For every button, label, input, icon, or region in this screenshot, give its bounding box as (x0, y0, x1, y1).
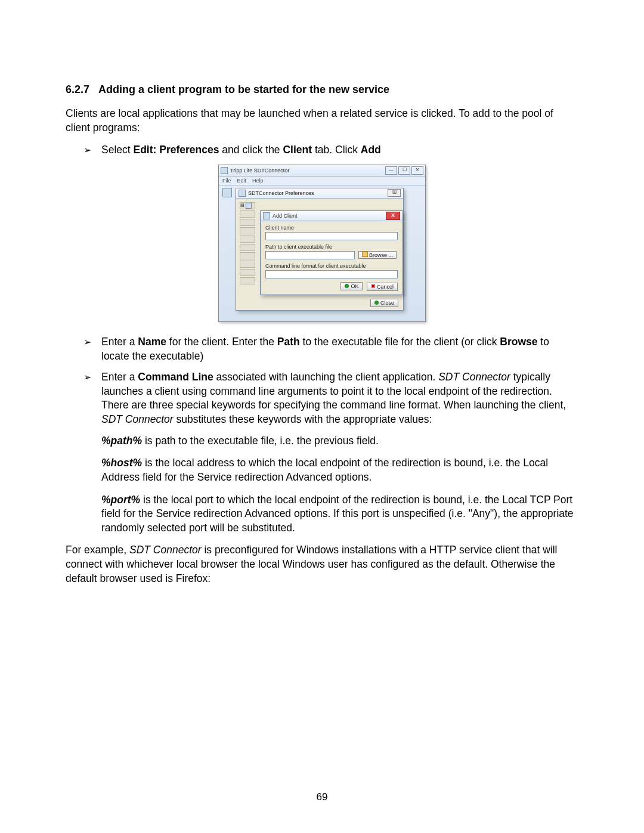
text: Edit: Preferences (134, 144, 219, 156)
command-line-label: Command line format for client executabl… (265, 263, 398, 269)
page-number: 69 (0, 791, 644, 803)
close-button[interactable]: X (411, 166, 423, 175)
app-icon (221, 167, 228, 174)
sidebar-tree[interactable]: ⊟ (240, 202, 255, 292)
section-title: Adding a client program to be started fo… (98, 83, 389, 95)
text: Name (138, 336, 166, 348)
bullet-1: ➢ Select Edit: Preferences and click the… (83, 143, 578, 157)
minimize-button[interactable]: — (385, 166, 397, 175)
x-icon: ✖ (371, 284, 375, 289)
add-client-dialog: Add Client X Client name Path to client … (260, 210, 403, 295)
prefs-close-icon[interactable]: ☒ (388, 189, 401, 197)
text: Enter a (101, 371, 138, 383)
check-icon (374, 301, 379, 305)
check-icon (345, 284, 349, 288)
menu-help[interactable]: Help (252, 178, 264, 184)
text: %host% (101, 457, 142, 469)
text: and click the (219, 144, 283, 156)
client-path-label: Path to client executable file (265, 244, 398, 250)
keyword-path: %path% is path to the executable file, i… (101, 434, 578, 448)
bullet-arrow-icon: ➢ (83, 143, 101, 157)
text: For example, (66, 544, 129, 556)
main-window-title: Tripp Lite SDTConnector (230, 168, 289, 174)
section-heading: 6.2.7Adding a client program to be start… (66, 83, 578, 96)
add-client-title: Add Client (273, 213, 298, 219)
menu-bar: File Edit Help (219, 176, 425, 185)
maximize-button[interactable]: ☐ (398, 166, 410, 175)
text: SDT Connector (101, 413, 174, 425)
main-window-titlebar: Tripp Lite SDTConnector — ☐ X (219, 165, 425, 176)
text: is the local port to which the local end… (101, 494, 574, 534)
text: associated with launching the client app… (213, 371, 438, 383)
client-path-input[interactable] (265, 251, 355, 259)
section-number: 6.2.7 (66, 83, 98, 96)
preferences-close-button[interactable]: Close (370, 299, 398, 307)
menu-edit[interactable]: Edit (237, 178, 247, 184)
bullet-2: ➢ Enter a Name for the client. Enter the… (83, 335, 578, 363)
preferences-title: SDTConnector Preferences (248, 190, 314, 196)
ok-button[interactable]: OK (340, 282, 363, 290)
add-client-icon (263, 212, 270, 219)
text: to the executable file for the client (o… (300, 336, 500, 348)
text: SDT Connector (438, 371, 510, 383)
toolbar-icon[interactable] (222, 188, 232, 197)
cancel-button[interactable]: ✖Cancel (367, 283, 398, 291)
text: is the local address to which the local … (101, 457, 548, 483)
menu-file[interactable]: File (222, 178, 231, 184)
text: Client (283, 144, 312, 156)
close-label: Close (380, 300, 394, 306)
text: %port% (101, 494, 140, 506)
browse-button[interactable]: Browse ... (358, 251, 397, 259)
keyword-port: %port% is the local port to which the lo… (101, 493, 578, 535)
browse-label: Browse ... (369, 252, 393, 258)
text: %path% (101, 435, 142, 447)
text: Select (101, 144, 134, 156)
text: Browse (500, 336, 537, 348)
intro-paragraph: Clients are local applications that may … (66, 107, 578, 135)
text: Enter a (101, 336, 138, 348)
keyword-host: %host% is the local address to which the… (101, 456, 578, 484)
folder-icon (362, 252, 368, 257)
closing-paragraph: For example, SDT Connector is preconfigu… (66, 543, 578, 586)
command-line-input[interactable] (265, 270, 398, 278)
text: SDT Connector (129, 544, 202, 556)
text: Add (361, 144, 381, 156)
cancel-label: Cancel (377, 284, 394, 290)
bullet-3: ➢ Enter a Command Line associated with l… (83, 370, 578, 427)
text: Command Line (138, 371, 213, 383)
prefs-icon (239, 190, 246, 197)
preferences-window: SDTConnector Preferences ☒ ⊟ Add Client (236, 188, 404, 311)
client-name-input[interactable] (265, 232, 398, 240)
ok-label: OK (351, 283, 358, 289)
text: substitutes these keywords with the appr… (174, 413, 432, 425)
client-name-label: Client name (265, 225, 398, 231)
text: is path to the executable file, i.e. the… (142, 435, 379, 447)
bullet-arrow-icon: ➢ (83, 335, 101, 363)
text: Path (277, 336, 300, 348)
screenshot-figure: Tripp Lite SDTConnector — ☐ X File Edit … (218, 165, 426, 322)
text: tab. Click (312, 144, 361, 156)
add-client-close-button[interactable]: X (386, 212, 400, 220)
bullet-arrow-icon: ➢ (83, 370, 101, 427)
text: for the client. Enter the (166, 336, 277, 348)
